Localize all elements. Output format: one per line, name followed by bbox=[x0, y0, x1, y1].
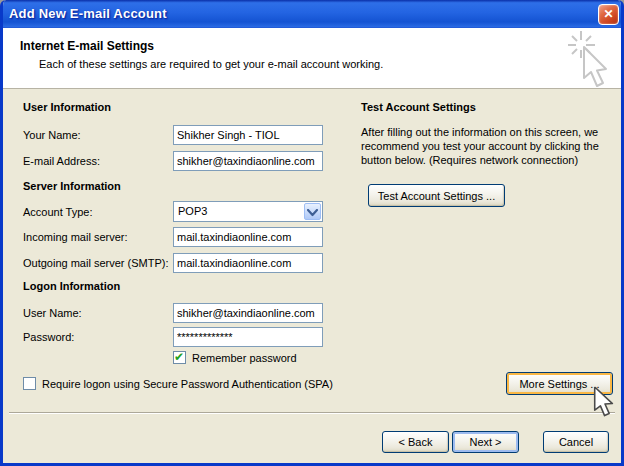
check-icon: ✔ bbox=[174, 350, 184, 364]
header-title: Internet E-mail Settings bbox=[20, 39, 154, 53]
email-address-label: E-mail Address: bbox=[23, 155, 100, 167]
account-type-label: Account Type: bbox=[23, 206, 93, 218]
back-button[interactable]: < Back bbox=[382, 431, 449, 453]
wizard-sparkle-cursor-icon bbox=[567, 30, 615, 92]
more-settings-button[interactable]: More Settings ... bbox=[506, 372, 613, 395]
incoming-mail-server-input[interactable] bbox=[173, 227, 323, 247]
incoming-mail-server-label: Incoming mail server: bbox=[23, 231, 128, 243]
email-address-input[interactable] bbox=[173, 151, 323, 171]
spa-checkbox[interactable] bbox=[23, 377, 36, 390]
your-name-label: Your Name: bbox=[23, 129, 81, 141]
window-title: Add New E-mail Account bbox=[9, 6, 167, 21]
spa-label: Require logon using Secure Password Auth… bbox=[42, 378, 333, 390]
account-type-select[interactable]: POP3 bbox=[173, 201, 323, 222]
user-name-label: User Name: bbox=[23, 307, 82, 319]
test-account-settings-button[interactable]: Test Account Settings ... bbox=[368, 184, 505, 207]
outgoing-mail-server-input[interactable] bbox=[173, 253, 323, 273]
password-label: Password: bbox=[23, 331, 74, 343]
logon-information-heading: Logon Information bbox=[23, 280, 120, 292]
close-button[interactable]: ✕ bbox=[598, 4, 619, 25]
user-information-heading: User Information bbox=[23, 101, 111, 113]
test-account-settings-heading: Test Account Settings bbox=[361, 101, 476, 113]
server-information-heading: Server Information bbox=[23, 180, 121, 192]
wizard-header: Internet E-mail Settings Each of these s… bbox=[3, 28, 621, 89]
chevron-down-icon[interactable] bbox=[304, 203, 321, 220]
footer-divider bbox=[9, 412, 615, 414]
outgoing-mail-server-label: Outgoing mail server (SMTP): bbox=[23, 257, 168, 269]
remember-password-label: Remember password bbox=[192, 352, 297, 364]
user-name-input[interactable] bbox=[173, 303, 323, 323]
add-email-account-dialog: Add New E-mail Account ✕ Internet E-mail… bbox=[0, 0, 624, 466]
test-account-settings-description: After filling out the information on thi… bbox=[361, 125, 613, 167]
password-input[interactable] bbox=[173, 327, 323, 347]
remember-password-checkbox[interactable]: ✔ bbox=[173, 351, 186, 364]
close-icon: ✕ bbox=[603, 7, 613, 21]
cancel-button[interactable]: Cancel bbox=[543, 431, 609, 453]
next-button[interactable]: Next > bbox=[452, 431, 519, 453]
your-name-input[interactable] bbox=[173, 125, 323, 145]
header-subtitle: Each of these settings are required to g… bbox=[39, 58, 383, 70]
account-type-value: POP3 bbox=[178, 205, 207, 217]
titlebar[interactable]: Add New E-mail Account ✕ bbox=[0, 0, 624, 28]
